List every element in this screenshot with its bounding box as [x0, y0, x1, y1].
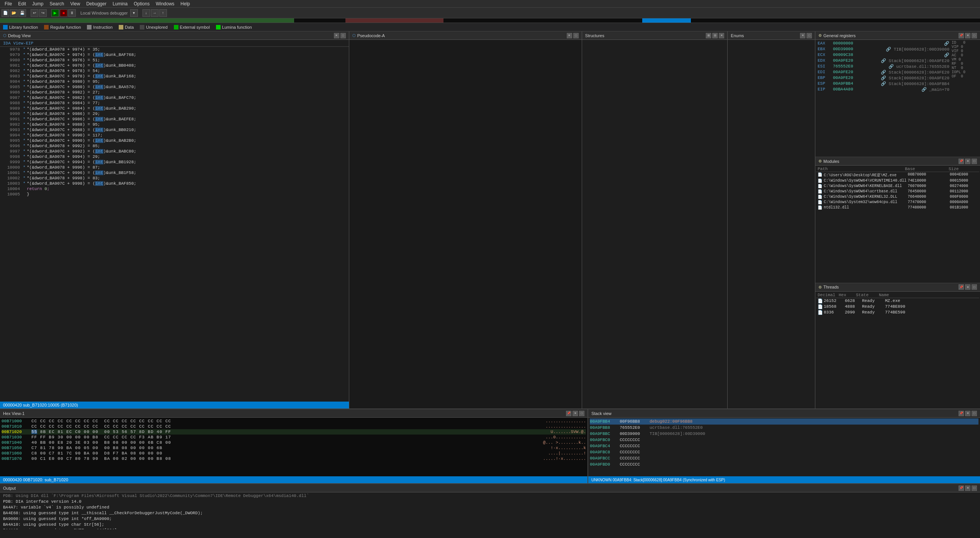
code-line: 9991 * *(&dword_BA907C + 9986) = (int)&u… — [0, 116, 349, 122]
hex-view-close[interactable]: ✕ — [573, 411, 578, 416]
hex-row: 00B71010 CC CC CC CC CC CC CC CC CC CC C… — [2, 424, 586, 429]
open-btn[interactable]: 📂 — [10, 9, 18, 17]
menu-jump[interactable]: Jump — [29, 0, 46, 7]
pseudocode-close[interactable]: ✕ — [567, 33, 572, 38]
output-line: PDB: DIA interface version 14.0 — [3, 499, 977, 505]
structures-expand1[interactable]: ⊞ — [706, 33, 711, 38]
hex-view-pin[interactable]: 📌 — [566, 411, 571, 416]
enums-content[interactable] — [728, 40, 815, 408]
step-into-btn[interactable]: ↓ — [142, 9, 150, 17]
code-line: 9993 * *(&dword_BA907C + 9988) = (int)&u… — [0, 127, 349, 133]
hex-row: 00B71040 40 BB 00 E8 20 3E 03 00 B8 08 0… — [2, 440, 586, 445]
code-line: 9996 * *(&dword_BA9078 + 9992) = 85; — [0, 143, 349, 149]
enums-expand[interactable]: □ — [807, 33, 812, 38]
output-pin[interactable]: 📌 — [959, 486, 964, 491]
flag-ac: AC 0 — [952, 53, 978, 57]
menu-search[interactable]: Search — [46, 0, 67, 7]
menu-edit[interactable]: Edit — [15, 0, 29, 7]
registers-expand[interactable]: □ — [972, 33, 977, 38]
pause-btn[interactable]: ⏸ — [68, 9, 76, 17]
step-over-btn[interactable]: → — [151, 9, 159, 17]
output-close[interactable]: ✕ — [965, 486, 970, 491]
stack-view-title: Stack view — [591, 411, 612, 416]
registers-left-col: EAX 00000000 🔗 EBX 00D39000 🔗 TIB[000066… — [817, 41, 950, 92]
undo-btn[interactable]: ↩ — [31, 9, 38, 17]
menu-options[interactable]: Options — [131, 0, 152, 7]
menu-windows[interactable]: Windows — [153, 0, 178, 7]
debug-view-panel: ⬡ Debug View ✕ □ IDA View-EIP 9978 * *(&… — [0, 31, 349, 408]
threads-close[interactable]: ✕ — [965, 284, 970, 290]
pseudocode-panel: ⬡ Pseudocode-A ✕ □ — [349, 31, 582, 408]
structures-panel: Structures ⊞ ⊟ ✕ — [582, 31, 728, 408]
modules-expand[interactable]: □ — [972, 159, 977, 164]
pseudocode-expand[interactable]: □ — [573, 33, 579, 38]
threads-col-headers: Decimal Hex State Name — [816, 292, 979, 298]
registers-pin[interactable]: 📌 — [959, 33, 964, 38]
debugger-label: Local Windows debugger — [79, 11, 129, 15]
threads-icon: ⚙ — [818, 285, 822, 289]
debug-view-expand[interactable]: □ — [340, 33, 346, 38]
modules-table: Path Base Size 📄 C:\Users\ROG\Desktop\RE… — [815, 166, 980, 282]
menu-lumina[interactable]: Lumina — [110, 0, 131, 7]
structures-expand2[interactable]: ⊟ — [712, 33, 718, 38]
hex-row: 00B71070 00 C1 E0 00 C7 80 78 90 BA 00 0… — [2, 456, 586, 461]
output-content[interactable]: PDB: Using DIA dll `F:\Program Files\Mic… — [0, 492, 980, 529]
flag-rf: RF 0 — [952, 62, 978, 66]
enums-close[interactable]: ✕ — [800, 33, 805, 38]
step-out-btn[interactable]: ↑ — [159, 9, 167, 17]
legend-unexplored-dot — [140, 25, 144, 30]
module-row: 📄 C:\Windows\SysWOW64\VCRUNTIME140.dll 7… — [816, 178, 979, 184]
legend-unexplored-label: Unexplored — [146, 25, 167, 30]
modules-col-headers: Path Base Size — [816, 166, 979, 172]
structures-content[interactable] — [582, 40, 727, 408]
stop-btn[interactable]: ■ — [60, 9, 67, 17]
hex-content[interactable]: 00B71000 CC CC CC CC CC CC CC CC CC CC C… — [0, 418, 587, 476]
threads-panel: ⚙ Threads 📌 ✕ □ Decimal Hex State Name — [815, 283, 980, 408]
modules-icon: ⚙ — [818, 159, 822, 163]
enums-header: Enums ✕ □ — [728, 31, 815, 40]
output-line: BA9000: using guessed type int *off_BA90… — [3, 516, 977, 522]
menu-debugger[interactable]: Debugger — [83, 0, 110, 7]
modules-close[interactable]: ✕ — [965, 159, 970, 164]
legend-instruction: Instruction — [87, 25, 113, 30]
output-expand[interactable]: □ — [972, 486, 977, 491]
menu-help[interactable]: Help — [177, 0, 193, 7]
redo-btn[interactable]: ↪ — [39, 9, 47, 17]
legend-regular-dot — [44, 25, 49, 30]
legend-lumina-label: Lumina function — [222, 25, 252, 30]
code-area[interactable]: 9978 * *(&dword_BA9078 + 9974) = 35; 997… — [0, 47, 349, 402]
hex-view-expand[interactable]: □ — [579, 411, 584, 416]
debugger-dropdown[interactable]: ▾ — [130, 9, 138, 17]
code-line: 9989 * *(&dword_BA907C + 9984) = (int)&u… — [0, 106, 349, 111]
thread-row: 📄 26152 6628 Ready MZ.exe — [816, 298, 979, 304]
menu-view[interactable]: View — [67, 0, 83, 7]
reg-esi: ESI 765552E0 🔗 ucrtbase.dll:765552E0 — [817, 64, 950, 69]
modules-header: ⚙ Modules 📌 ✕ □ — [815, 157, 980, 166]
stack-row: 00A9FBD0 CCCCCCCC — [590, 461, 978, 467]
pseudocode-content[interactable] — [349, 40, 582, 408]
debug-view-status-text: 00000420 sub_B71020:10005 (B71020) — [3, 403, 78, 407]
enums-panel: Enums ✕ □ — [728, 31, 815, 408]
stack-view-close[interactable]: ✕ — [965, 411, 970, 416]
menu-file[interactable]: File — [2, 0, 15, 7]
registers-close[interactable]: ✕ — [965, 33, 970, 38]
modules-pin[interactable]: 📌 — [959, 159, 964, 164]
module-row: 📄 C:\Users\ROG\Desktop\RE逆\MZ.exe 00B700… — [816, 172, 979, 178]
threads-pin[interactable]: 📌 — [959, 284, 964, 290]
new-btn[interactable]: 📄 — [2, 9, 9, 17]
hex-row: 00B71000 CC CC CC CC CC CC CC CC CC CC C… — [2, 418, 586, 424]
save-btn[interactable]: 💾 — [18, 9, 26, 17]
reg-edx: EDX 00A9FE20 🔗 Stack[00006628]:00A9FE20 — [817, 58, 950, 64]
structures-close[interactable]: ✕ — [719, 33, 724, 38]
output-line: PDB: Using DIA dll `F:\Program Files\Mic… — [3, 493, 977, 499]
code-line: 10003 * *(&dword_BA907C + 9998) = (int)&… — [0, 181, 349, 186]
run-btn[interactable]: ▶ — [51, 9, 59, 17]
code-line: 9980 * *(&dword_BA9078 + 9976) = 51; — [0, 57, 349, 63]
stack-view-pin[interactable]: 📌 — [959, 411, 964, 416]
threads-expand[interactable]: □ — [972, 284, 977, 290]
stack-content[interactable]: 00A9FBB4 00F96BB8 debug022:00F96BB8 00A9… — [588, 418, 980, 476]
debug-view-close[interactable]: ✕ — [334, 33, 339, 38]
thread-row: 📄 18568 4888 Ready 774BE890 — [816, 304, 979, 310]
stack-view-expand[interactable]: □ — [972, 411, 977, 416]
hex-view-header: Hex View-1 📌 ✕ □ — [0, 409, 587, 418]
